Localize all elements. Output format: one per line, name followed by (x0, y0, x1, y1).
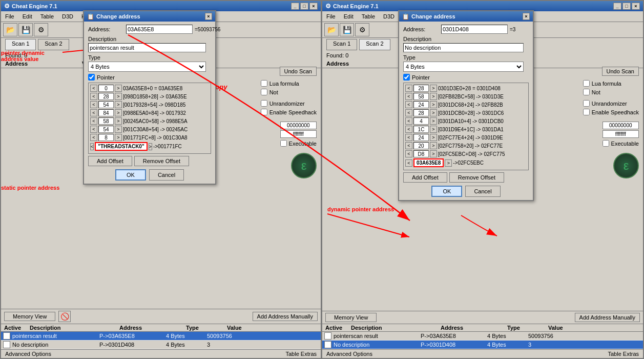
right-ptr-more-1[interactable]: > (430, 93, 437, 100)
right-desc-input[interactable] (403, 43, 524, 52)
right-ptr-more-8[interactable]: > (430, 150, 437, 157)
right-scan1-btn[interactable]: Scan 1 (326, 39, 357, 50)
left-dialog-close[interactable]: × (205, 13, 212, 20)
left-scan2-btn[interactable]: Scan 2 (38, 39, 69, 50)
right-ptr-more-4[interactable]: > (430, 117, 437, 125)
right-ptr-more-9[interactable]: > (445, 159, 452, 167)
left-menu-file[interactable]: File (1, 12, 18, 21)
right-ptr-less-2[interactable]: < (405, 101, 412, 108)
right-addr-input[interactable] (441, 25, 508, 34)
right-ptr-less-5[interactable]: < (405, 126, 412, 133)
right-ptr-offset-0[interactable] (413, 85, 429, 92)
left-ptr-more-5[interactable]: > (115, 126, 122, 133)
left-minimize[interactable]: _ (291, 3, 299, 10)
left-row2-chk[interactable] (3, 341, 10, 348)
left-menu-d3d[interactable]: D3D (58, 12, 77, 21)
right-ptr-more-6[interactable]: > (430, 134, 437, 141)
left-ptr-less-1[interactable]: < (90, 93, 97, 100)
right-dialog-close[interactable]: × (523, 13, 530, 20)
left-menu-edit[interactable]: Edit (18, 12, 36, 21)
right-memory-view-btn[interactable]: Memory View (325, 313, 377, 322)
left-menu-table[interactable]: Table (36, 12, 58, 21)
right-unrandomizer-cb[interactable] (583, 100, 590, 107)
right-ptr-more-0[interactable]: > (430, 85, 437, 92)
right-speedhack-cb[interactable] (583, 109, 590, 115)
left-ptr-offset-1[interactable] (98, 93, 114, 100)
left-ptr-more-6[interactable]: > (115, 134, 122, 141)
left-cancel-btn[interactable]: Cancel (149, 169, 184, 181)
left-desc-input[interactable] (88, 43, 206, 52)
right-ok-btn[interactable]: OK (431, 186, 462, 197)
left-close[interactable]: × (309, 3, 318, 10)
right-ptr-offset-6[interactable] (413, 134, 429, 141)
right-ptr-offset-8[interactable] (413, 150, 429, 157)
left-pointer-cb[interactable] (88, 74, 95, 81)
right-menu-d3d[interactable]: D3D (379, 12, 399, 21)
left-scan1-btn[interactable]: Scan 1 (5, 39, 36, 50)
right-ptr-more-2[interactable]: > (430, 101, 437, 108)
right-ptr-offset-3[interactable] (413, 109, 429, 116)
left-ptr-offset-0[interactable] (98, 85, 114, 92)
left-not-cb[interactable] (261, 89, 267, 95)
left-memory-view-btn[interactable]: Memory View (4, 312, 55, 321)
left-remove-offset-btn[interactable]: Remove Offset (134, 156, 189, 166)
right-minimize[interactable]: _ (613, 3, 621, 10)
right-ptr-more-7[interactable]: > (430, 142, 437, 149)
right-not-cb[interactable] (583, 89, 590, 95)
left-ptr-more-4[interactable]: > (115, 117, 122, 125)
right-lua-formula-cb[interactable] (583, 80, 590, 87)
right-row2-chk[interactable] (324, 341, 331, 348)
right-ptr-offset-1[interactable] (413, 93, 429, 100)
left-type-select[interactable]: 4 Bytes (88, 62, 206, 72)
right-ptr-less-4[interactable]: < (405, 117, 412, 125)
left-ptr-more-2[interactable]: > (115, 101, 122, 108)
right-ptr-more-5[interactable]: > (430, 126, 437, 133)
right-executable-cb[interactable] (603, 140, 609, 147)
right-tb-settings[interactable]: ⚙ (355, 23, 369, 36)
left-ptr-offset-5[interactable] (98, 126, 114, 133)
right-ptr-offset-7[interactable] (413, 142, 429, 149)
left-ptr-less-2[interactable]: < (90, 101, 97, 108)
left-ptr-less-6[interactable]: < (90, 134, 97, 141)
right-add-addr-btn[interactable]: Add Address Manually (575, 313, 640, 322)
right-maximize[interactable]: □ (622, 3, 631, 10)
right-type-select[interactable]: 4 Bytes (403, 62, 524, 72)
right-close[interactable]: × (632, 3, 640, 10)
right-ptr-offset-2[interactable] (413, 101, 429, 108)
right-ptr-more-3[interactable]: > (430, 109, 437, 116)
right-tb-save[interactable]: 💾 (340, 23, 354, 36)
right-addr-row-2[interactable]: No description P->0301D408 4 Bytes 3 (322, 341, 643, 349)
right-ptr-offset-5[interactable] (413, 126, 429, 133)
right-cancel-btn[interactable]: Cancel (465, 186, 500, 197)
left-add-offset-btn[interactable]: Add Offset (88, 156, 132, 166)
right-ptr-less-6[interactable]: < (405, 134, 412, 141)
right-menu-file[interactable]: File (322, 12, 340, 21)
left-addr-input[interactable] (126, 25, 193, 34)
left-ok-btn[interactable]: OK (115, 169, 146, 181)
right-ptr-less-8[interactable]: < (405, 150, 412, 157)
left-delete-icon[interactable]: 🚫 (58, 311, 71, 322)
left-ptr-less-7[interactable]: < (90, 143, 94, 150)
right-scan2-btn[interactable]: Scan 2 (359, 39, 390, 50)
left-ptr-more-1[interactable]: > (115, 93, 122, 100)
left-maximize[interactable]: □ (300, 3, 308, 10)
right-add-offset-btn[interactable]: Add Offset (403, 172, 447, 183)
left-row1-chk[interactable] (3, 332, 10, 340)
right-remove-offset-btn[interactable]: Remove Offset (449, 172, 504, 183)
left-ptr-less-4[interactable]: < (90, 117, 97, 125)
left-ptr-less-5[interactable]: < (90, 126, 97, 133)
left-addr-row-1[interactable]: pointerscan result P->03A635E8 4 Bytes 5… (1, 332, 321, 341)
right-menu-table[interactable]: Table (358, 12, 379, 21)
left-executable-cb[interactable] (280, 140, 287, 147)
right-ptr-less-7[interactable]: < (405, 142, 412, 149)
left-ptr-offset-4[interactable] (98, 117, 114, 125)
right-tb-open[interactable]: 📂 (324, 23, 339, 36)
right-undo-scan-btn[interactable]: Undo Scan (602, 67, 639, 76)
left-ptr-offset-6[interactable] (98, 134, 114, 141)
right-row1-chk[interactable] (324, 332, 331, 340)
left-add-addr-btn[interactable]: Add Address Manually (253, 312, 318, 321)
left-unrandomizer-cb[interactable] (261, 100, 267, 107)
left-tb-settings[interactable]: ⚙ (34, 23, 48, 36)
left-ptr-more-7[interactable]: > (149, 143, 152, 150)
left-tb-open[interactable]: 📂 (3, 23, 17, 36)
